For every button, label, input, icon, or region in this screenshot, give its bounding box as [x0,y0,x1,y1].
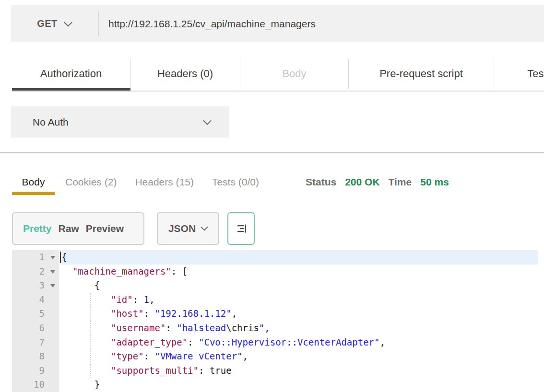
view-mode-raw[interactable]: Raw [59,223,79,234]
code-line[interactable]: } [59,378,538,392]
fold-arrow-icon[interactable] [50,270,55,274]
method-dropdown[interactable]: GET [11,5,98,42]
status-badge: 200 OK [345,176,379,188]
auth-type-value: No Auth [33,116,69,128]
code-text: "machine_managers": [ [61,266,188,277]
line-number: 3 [39,280,45,290]
gutter-line[interactable]: 3 [12,278,59,293]
line-number: 8 [39,351,45,361]
language-dropdown[interactable]: JSON [157,212,219,245]
code-text: { [61,252,67,262]
line-number: 10 [34,379,45,390]
line-number: 4 [39,294,45,305]
gutter-line: 5 [12,307,59,321]
auth-type-select[interactable]: No Auth [11,106,229,138]
code-line[interactable]: "type": "VMware vCenter", [59,349,538,364]
url-input[interactable]: http://192.168.1.25/cv_api/machine_manag… [108,5,316,42]
language-value: JSON [168,223,196,234]
response-tab-body[interactable]: Body [12,176,55,188]
gutter-line: 9 [12,364,59,378]
gutter-line: 8 [12,349,59,364]
format-code-button[interactable] [227,212,255,245]
gutter-line: 4 [12,293,59,307]
request-url-bar: GET http://192.168.1.25/cv_api/machine_m… [11,5,544,42]
code-line[interactable]: "host": "192.168.1.12", [59,307,538,321]
code-gutter: 12345678910 [12,250,59,392]
view-mode-group: Pretty Raw Preview [12,212,144,245]
code-line[interactable]: "adapter_type": "Cvo::Hypervisor::Vcente… [59,335,538,350]
chevron-down-icon [201,223,208,231]
active-tab-underline [12,88,130,91]
code-line[interactable]: { [59,250,538,265]
tab-headers[interactable]: Headers (0) [130,59,240,89]
response-tab-cookies[interactable]: Cookies (2) [65,176,117,188]
chevron-down-icon [203,116,212,125]
gutter-line[interactable]: 1 [12,250,59,265]
line-number: 2 [39,266,45,277]
indent-guide [90,293,91,307]
code-text: "supports_multi": true [61,365,232,376]
fold-arrow-icon[interactable] [50,284,55,288]
code-text: "adapter_type": "Cvo::Hypervisor::Vcente… [61,337,385,347]
code-text: { [61,280,100,290]
code-line[interactable]: "machine_managers": [ [59,265,538,279]
indent-guide [90,307,91,321]
text-cursor [60,252,61,263]
response-tab-headers[interactable]: Headers (15) [135,176,194,188]
time-label: Time [389,176,412,188]
chevron-down-icon [64,18,73,27]
code-line[interactable]: "username": "halstead\chris", [59,321,538,335]
view-mode-preview[interactable]: Preview [86,223,124,234]
code-line[interactable]: "id": 1, [59,293,538,307]
method-label: GET [37,18,58,29]
url-bar-divider [98,12,99,36]
tab-pre-request-script[interactable]: Pre-request script [348,59,494,89]
api-client-window: GET http://192.168.1.25/cv_api/machine_m… [0,0,544,392]
line-number: 7 [39,337,45,347]
indent-guide [90,335,91,350]
response-toolbar: Pretty Raw Preview JSON [0,212,544,245]
tab-body[interactable]: Body [240,59,348,89]
response-meta: Status 200 OK Time 50 ms [306,172,449,193]
indent-guide [90,349,91,364]
time-value: 50 ms [420,176,449,188]
response-active-tab-underline [12,192,55,195]
gutter-line: 6 [12,321,59,335]
code-text: "host": "192.168.1.12", [61,308,237,319]
line-number: 6 [39,323,45,333]
gutter-line: 10 [12,378,59,392]
code-text: "type": "VMware vCenter", [61,351,248,361]
request-tabs: Authorization Headers (0) Body Pre-reque… [12,57,544,92]
line-number: 5 [39,308,45,319]
code-line[interactable]: "supports_multi": true [59,364,538,378]
code-text: "username": "halstead\chris", [61,323,270,333]
gutter-line: 7 [12,335,59,350]
fold-arrow-icon[interactable] [50,256,55,259]
line-number: 1 [39,252,45,262]
response-tabs: Body Cookies (2) Headers (15) Tests (0/0… [12,172,259,193]
code-text: "id": 1, [61,294,155,305]
line-number: 9 [39,365,45,376]
tab-authorization[interactable]: Authorization [12,59,130,89]
indent-guide [90,321,91,335]
response-tab-tests[interactable]: Tests (0/0) [212,176,259,188]
gutter-line[interactable]: 2 [12,265,59,279]
format-indent-icon [236,223,247,234]
status-label: Status [306,176,336,188]
response-body-editor: 12345678910 { "machine_managers": [ { "i… [12,250,544,392]
indent-guide [90,364,91,378]
view-mode-pretty[interactable]: Pretty [23,223,52,234]
code-text: } [61,379,100,390]
section-divider [0,152,544,153]
tab-tests[interactable]: Tests [494,59,544,89]
code-line[interactable]: { [59,278,538,293]
code-lines[interactable]: { "machine_managers": [ { "id": 1, "host… [59,250,544,392]
